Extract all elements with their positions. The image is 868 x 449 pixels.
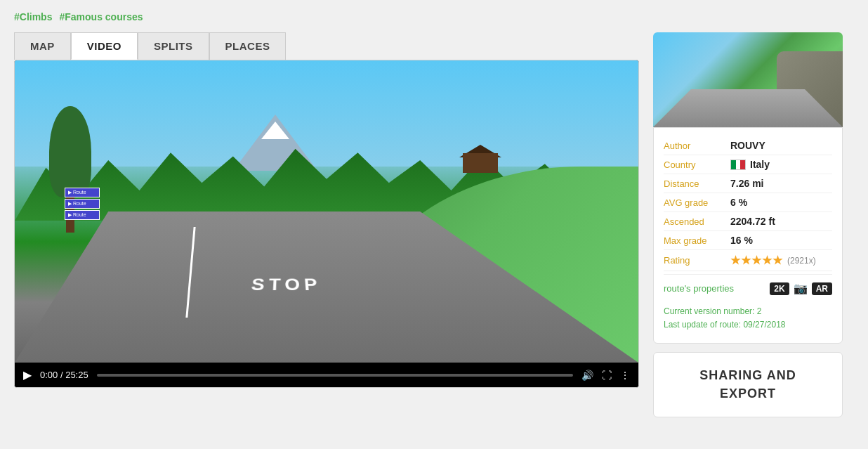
badge-2k: 2K	[770, 282, 789, 295]
tag-famous-courses[interactable]: #Famous courses	[59, 11, 143, 22]
author-label: Author	[664, 141, 730, 151]
rating-label: Rating	[664, 255, 730, 266]
avg-grade-label: AVG grade	[664, 197, 730, 208]
badges: 2K 📷 AR	[770, 282, 832, 295]
distance-label: Distance	[664, 178, 730, 189]
version-line2: Last update of route: 09/27/2018	[664, 318, 832, 332]
max-grade-label: Max grade	[664, 235, 730, 246]
rating-row: Rating ★★★★★ (2921x)	[664, 250, 832, 271]
sign-1: ▶ Route	[65, 188, 100, 197]
version-line1: Current version number: 2	[664, 305, 832, 318]
route-properties-link[interactable]: route's properties	[664, 283, 734, 294]
barn-body	[463, 153, 498, 173]
info-panel: Author ROUVY Country Italy	[653, 127, 843, 344]
avg-grade-value: 6 %	[730, 197, 747, 208]
tab-bar: MAP VIDEO SPLITS PLACES	[14, 32, 639, 60]
tab-map[interactable]: MAP	[14, 32, 71, 60]
country-name: Italy	[750, 159, 770, 170]
sign-2: ▶ Route	[65, 199, 100, 209]
tab-video[interactable]: VIDEO	[71, 32, 138, 60]
flag-white	[736, 160, 741, 169]
sharing-title-line2: EXPORT	[664, 385, 832, 403]
rating-stars: ★★★★★	[730, 254, 783, 267]
sign-3: ▶ Route	[65, 210, 100, 220]
progress-bar[interactable]	[97, 374, 573, 377]
route-props-row: route's properties 2K 📷 AR	[664, 274, 832, 299]
volume-icon[interactable]: 🔊	[581, 370, 593, 381]
max-grade-row: Max grade 16 %	[664, 231, 832, 250]
video-container: STOP ▶ Route ▶ Route ▶ Route	[14, 60, 639, 388]
fullscreen-icon[interactable]: ⛶	[602, 370, 612, 381]
stop-marking: STOP	[250, 275, 323, 295]
tree-canopy	[49, 106, 91, 197]
video-controls: ▶ 0:00 / 25:25 🔊 ⛶ ⋮	[15, 363, 638, 387]
time-display: 0:00 / 25:25	[40, 370, 88, 380]
barn	[459, 145, 501, 173]
version-info: Current version number: 2 Last update of…	[664, 299, 832, 334]
tag-climbs[interactable]: #Climbs	[14, 11, 52, 22]
tab-places[interactable]: PLACES	[209, 32, 287, 60]
flag-red	[740, 160, 745, 169]
country-row: Country Italy	[664, 155, 832, 174]
more-options-icon[interactable]: ⋮	[620, 370, 630, 381]
left-panel: MAP VIDEO SPLITS PLACES	[14, 32, 639, 388]
sharing-title: SHARING AND EXPORT	[664, 367, 832, 402]
author-value: ROUVY	[730, 140, 765, 151]
sharing-panel: SHARING AND EXPORT	[653, 352, 843, 417]
distance-value: 7.26 mi	[730, 178, 763, 189]
author-row: Author ROUVY	[664, 136, 832, 155]
road-signs: ▶ Route ▶ Route ▶ Route	[65, 188, 100, 220]
italy-flag	[730, 160, 746, 170]
badge-ar: AR	[812, 282, 832, 295]
flag-green	[731, 160, 736, 169]
play-button[interactable]: ▶	[23, 368, 32, 382]
avg-grade-row: AVG grade 6 %	[664, 193, 832, 212]
video-frame[interactable]: STOP ▶ Route ▶ Route ▶ Route	[15, 60, 638, 363]
country-value: Italy	[730, 159, 770, 170]
ascended-row: Ascended 2204.72 ft	[664, 212, 832, 231]
distance-row: Distance 7.26 mi	[664, 174, 832, 193]
right-panel: Author ROUVY Country Italy	[653, 32, 843, 417]
max-grade-value: 16 %	[730, 235, 753, 246]
country-label: Country	[664, 160, 730, 170]
ascended-label: Ascended	[664, 216, 730, 227]
tab-splits[interactable]: SPLITS	[138, 32, 209, 60]
ascended-value: 2204.72 ft	[730, 216, 775, 227]
camera-icon: 📷	[794, 282, 808, 295]
route-thumbnail	[653, 32, 843, 127]
sharing-title-line1: SHARING AND	[664, 367, 832, 384]
tags-bar: #Climbs #Famous courses	[14, 11, 854, 22]
rating-value: ★★★★★ (2921x)	[730, 254, 816, 267]
rating-count: (2921x)	[787, 256, 816, 266]
